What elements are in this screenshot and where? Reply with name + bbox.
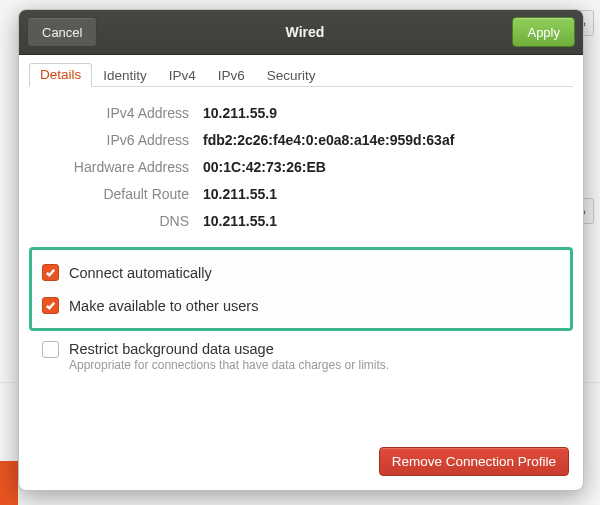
tab-security[interactable]: Security	[256, 64, 327, 87]
restrict-data-row[interactable]: Restrict background data usage Appropria…	[29, 341, 573, 372]
dns-value: 10.211.55.1	[203, 213, 573, 229]
connect-automatically-row[interactable]: Connect automatically	[42, 261, 556, 284]
hw-label: Hardware Address	[29, 159, 189, 175]
orange-strip	[0, 461, 18, 505]
ipv4-value: 10.211.55.9	[203, 105, 573, 121]
titlebar: Cancel Wired Apply	[19, 10, 583, 55]
tab-identity[interactable]: Identity	[92, 64, 158, 87]
dns-label: DNS	[29, 213, 189, 229]
remove-connection-button[interactable]: Remove Connection Profile	[379, 447, 569, 476]
connect-automatically-label: Connect automatically	[69, 265, 212, 281]
dialog-body: Details Identity IPv4 IPv6 Security IPv4…	[19, 55, 583, 490]
ipv6-value: fdb2:2c26:f4e4:0:e0a8:a14e:959d:63af	[203, 132, 573, 148]
connection-dialog: Cancel Wired Apply Details Identity IPv4…	[18, 9, 584, 491]
connect-automatically-checkbox[interactable]	[42, 264, 59, 281]
apply-button[interactable]: Apply	[512, 17, 575, 47]
cancel-button[interactable]: Cancel	[27, 17, 97, 47]
tab-ipv4[interactable]: IPv4	[158, 64, 207, 87]
route-value: 10.211.55.1	[203, 186, 573, 202]
hw-value: 00:1C:42:73:26:EB	[203, 159, 573, 175]
ipv4-label: IPv4 Address	[29, 105, 189, 121]
restrict-data-sublabel: Appropriate for connections that have da…	[69, 358, 389, 372]
available-to-others-label: Make available to other users	[69, 298, 258, 314]
tab-ipv6[interactable]: IPv6	[207, 64, 256, 87]
dialog-title: Wired	[286, 24, 325, 40]
restrict-data-checkbox[interactable]	[42, 341, 59, 358]
details-grid: IPv4 Address 10.211.55.9 IPv6 Address fd…	[29, 105, 573, 229]
tab-details[interactable]: Details	[29, 63, 92, 87]
available-to-others-row[interactable]: Make available to other users	[42, 294, 556, 317]
highlighted-options: Connect automatically Make available to …	[29, 247, 573, 331]
route-label: Default Route	[29, 186, 189, 202]
restrict-data-label: Restrict background data usage	[69, 341, 389, 357]
ipv6-label: IPv6 Address	[29, 132, 189, 148]
restrict-data-text: Restrict background data usage Appropria…	[69, 341, 389, 372]
tab-bar: Details Identity IPv4 IPv6 Security	[29, 62, 573, 87]
available-to-others-checkbox[interactable]	[42, 297, 59, 314]
